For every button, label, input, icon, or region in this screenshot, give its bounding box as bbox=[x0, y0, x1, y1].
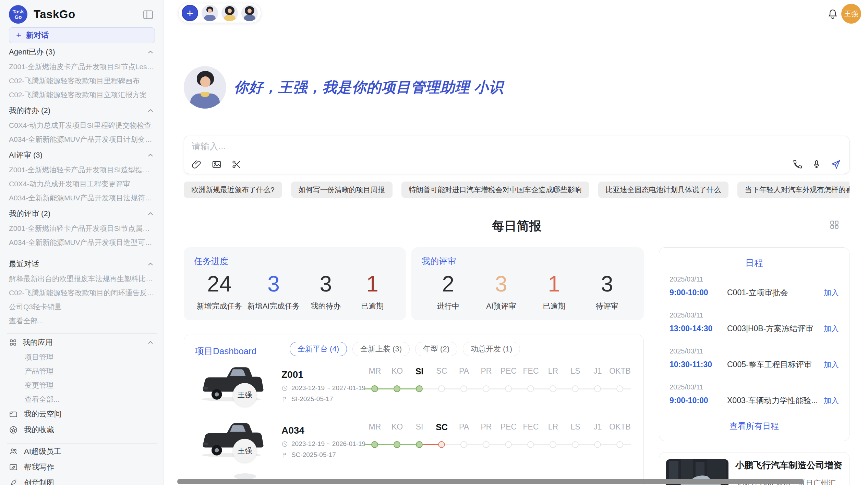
new-chat-button[interactable]: + 新对话 bbox=[9, 27, 155, 43]
layout-grid-icon[interactable] bbox=[829, 219, 840, 230]
join-button[interactable]: 加入 bbox=[824, 324, 839, 334]
stat-in-progress: 2 进行中 bbox=[427, 272, 469, 311]
suggestion-chip[interactable]: 比亚迪全固态电池计划具体说了什么 bbox=[598, 182, 728, 198]
join-button[interactable]: 加入 bbox=[824, 360, 839, 370]
app-link-change-mgmt[interactable]: 变更管理 bbox=[9, 378, 155, 392]
attachment-icon[interactable] bbox=[192, 159, 202, 170]
project-row[interactable]: 王强 A034 2023-12-19 ~ 2026-01-19 SC-2025-… bbox=[184, 418, 643, 473]
milestone-label-FEC: FEC bbox=[520, 366, 542, 376]
conversation-avatar[interactable] bbox=[221, 5, 238, 21]
send-icon[interactable] bbox=[831, 159, 841, 170]
sidebar-section-agent-done[interactable]: Agent已办 (3) bbox=[9, 45, 155, 60]
milestone-label-SI: SI bbox=[408, 422, 431, 432]
suggestion-chip[interactable]: 特朗普可能对进口汽车增税会对中国车企造成哪些影响 bbox=[401, 182, 589, 198]
sidebar-collapse-icon[interactable] bbox=[142, 9, 154, 21]
schedule-card: 日程 2025/03/11 9:00-10:00 C001-立项审批会 加入 2… bbox=[659, 247, 849, 441]
sidebar-item[interactable]: A034-全新新能源MUV产品开发项目计划变更表编写 bbox=[9, 132, 155, 146]
dashboard-tabs: 全新平台 (4) 全新上装 (3) 年型 (2) 动总开发 (1) bbox=[290, 342, 520, 356]
recent-conversation[interactable]: C02-飞腾新能源轻客改款项目的闭环通告反馈情况 bbox=[9, 286, 155, 300]
tab-new-body[interactable]: 全新上装 (3) bbox=[352, 342, 410, 356]
sidebar-section-ai-review[interactable]: AI评审 (3) bbox=[9, 148, 155, 163]
app-link-project-mgmt[interactable]: 项目管理 bbox=[9, 350, 155, 364]
sidebar-item-ai-super-employee[interactable]: AI超级员工 bbox=[9, 444, 155, 459]
horizontal-scrollbar[interactable] bbox=[177, 479, 804, 484]
conversation-avatar[interactable] bbox=[202, 5, 218, 21]
schedule-event: C001-立项审批会 bbox=[727, 287, 820, 298]
sidebar-item[interactable]: C02-飞腾新能源轻客改款项目立项汇报方案 bbox=[9, 88, 155, 102]
milestone-dot-J1 bbox=[594, 441, 601, 448]
view-all-apps[interactable]: 查看全部... bbox=[9, 392, 155, 406]
image-icon[interactable] bbox=[212, 159, 222, 170]
milestone-connector bbox=[556, 444, 572, 445]
schedule-date: 2025/03/11 bbox=[670, 311, 839, 319]
sidebar-item[interactable]: Z001-全新燃油皮卡产品开发项目SI节点Lesson Learn报告 bbox=[9, 60, 155, 74]
milestone-dot-PR bbox=[483, 385, 490, 392]
milestone-dot-LR bbox=[550, 441, 556, 448]
milestone-dot-MR bbox=[371, 441, 378, 448]
project-date-range: 2023-12-19 ~ 2026-01-19 bbox=[281, 440, 365, 448]
app-link-product-mgmt[interactable]: 产品管理 bbox=[9, 364, 155, 378]
schedule-time: 10:30-11:30 bbox=[670, 360, 727, 369]
owner-badge: 王强 bbox=[233, 439, 257, 463]
news-title: 小鹏飞行汽车制造公司增资 bbox=[735, 459, 842, 471]
milestone-connector bbox=[534, 444, 550, 445]
join-button[interactable]: 加入 bbox=[824, 288, 839, 298]
sidebar-section-my-apps[interactable]: 我的应用 bbox=[9, 335, 155, 350]
chevron-up-icon bbox=[146, 338, 155, 347]
sidebar-item-help-me-write[interactable]: 帮我写作 bbox=[9, 459, 155, 475]
divider bbox=[7, 333, 157, 334]
message-input[interactable] bbox=[192, 140, 774, 152]
chevron-up-icon bbox=[146, 260, 155, 268]
view-all-schedule-link[interactable]: 查看所有日程 bbox=[670, 413, 839, 439]
sidebar-item[interactable]: C02-飞腾新能源轻客改款项目里程碑画布 bbox=[9, 74, 155, 88]
schedule-title: 日程 bbox=[670, 257, 839, 269]
scissors-icon[interactable] bbox=[231, 159, 242, 170]
milestone-label-SC: SC bbox=[431, 422, 453, 432]
notification-bell-icon[interactable] bbox=[827, 8, 839, 20]
sidebar-section-my-review[interactable]: 我的评审 (2) bbox=[9, 206, 155, 221]
sidebar-section-recent[interactable]: 最近对话 bbox=[9, 257, 155, 272]
sidebar-item[interactable]: Z001-全新燃油轻卡产品开发项目SI造型提交物评审 bbox=[9, 163, 155, 177]
sidebar-item[interactable]: A034-全新新能源MUV产品开发项目法规符合性评审 bbox=[9, 191, 155, 205]
join-button[interactable]: 加入 bbox=[824, 396, 839, 406]
milestone-dot-PR bbox=[483, 441, 490, 448]
schedule-time: 9:00-10:00 bbox=[670, 288, 727, 297]
milestone-dot-OKTB bbox=[616, 441, 623, 448]
suggestion-chip[interactable]: 如何写一份清晰的项目周报 bbox=[291, 182, 393, 198]
sidebar-section-my-todo[interactable]: 我的待办 (2) bbox=[9, 103, 155, 118]
view-all-conversations[interactable]: 查看全部... bbox=[9, 314, 155, 328]
sidebar-item-creative-drawing[interactable]: 创意制图 bbox=[9, 475, 155, 485]
tab-new-platform[interactable]: 全新平台 (4) bbox=[290, 342, 347, 356]
card-title: 我的评审 bbox=[422, 256, 634, 267]
schedule-date: 2025/03/11 bbox=[670, 347, 839, 355]
clock-icon bbox=[281, 385, 288, 391]
recent-conversation[interactable]: 公司Q3轻卡销量 bbox=[9, 300, 155, 314]
suggestion-chip[interactable]: 欧洲新规最近颁布了什么? bbox=[184, 182, 282, 198]
user-avatar[interactable]: 王强 bbox=[841, 4, 861, 24]
sidebar-item[interactable]: C0X4-动力总成开发项目SI里程碑提交物检查 bbox=[9, 118, 155, 132]
milestone-label-J1: J1 bbox=[587, 366, 609, 376]
phone-icon[interactable] bbox=[792, 159, 803, 170]
milestone-connector bbox=[490, 388, 505, 389]
sidebar-item-cloud-space[interactable]: 我的云空间 bbox=[9, 406, 155, 422]
recent-conversation[interactable]: 解释最新出台的欧盟报废车法规再生塑料比例被调至15%... bbox=[9, 272, 155, 286]
sidebar-item[interactable]: C0X4-动力总成开发项目工程变更评审 bbox=[9, 177, 155, 191]
project-row[interactable]: 王强 Z001 2023-12-19 ~ 2027-01-19 SI-2025-… bbox=[184, 362, 643, 417]
milestone-connector bbox=[445, 388, 460, 389]
milestone-connector bbox=[400, 444, 416, 445]
milestone-label-OKTB: OKTB bbox=[609, 422, 631, 432]
suggestion-chip[interactable]: 当下年轻人对汽车外观有怎样的喜好趋势 bbox=[737, 182, 849, 198]
app-screen: Task Go TaskGo + 新对话 Agent已办 (3) Z001-全新… bbox=[0, 0, 868, 485]
add-conversation-button[interactable]: + bbox=[182, 5, 198, 21]
sidebar-item-favorites[interactable]: 我的收藏 bbox=[9, 422, 155, 438]
conversation-avatar[interactable] bbox=[241, 5, 258, 21]
sidebar-item[interactable]: A034-全新新能源MUV产品开发项目造型可行性评审 bbox=[9, 235, 155, 249]
flag-icon bbox=[281, 396, 288, 402]
microphone-icon[interactable] bbox=[811, 159, 822, 170]
tab-model-year[interactable]: 年型 (2) bbox=[415, 342, 457, 356]
tab-powertrain[interactable]: 动总开发 (1) bbox=[463, 342, 520, 356]
milestone-connector bbox=[579, 444, 594, 445]
sidebar-item[interactable]: Z001-全新燃油轻卡产品开发项目SI节点属性5D文件评审 bbox=[9, 221, 155, 235]
milestone-dot-SI bbox=[416, 385, 423, 392]
divider bbox=[7, 255, 157, 255]
